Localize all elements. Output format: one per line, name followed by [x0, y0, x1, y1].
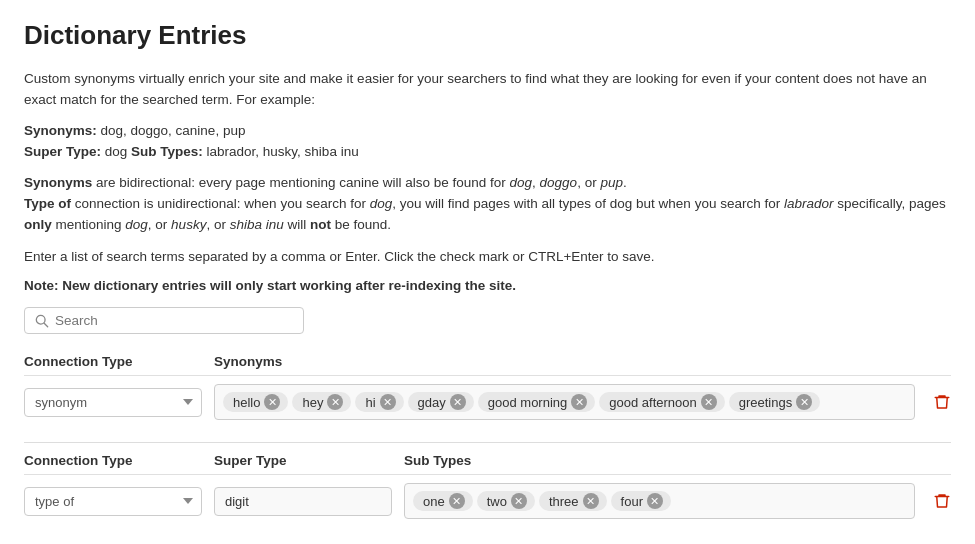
tag: good afternoon✕: [599, 392, 724, 412]
row2-body: type of one✕two✕three✕four✕: [24, 474, 951, 527]
tag: two✕: [477, 491, 535, 511]
col-sub-types-header: Sub Types: [404, 453, 905, 468]
row1-body: synonym hello✕hey✕hi✕gday✕good morning✕g…: [24, 375, 951, 428]
tag-label: hi: [365, 395, 375, 410]
tag-close-icon[interactable]: ✕: [450, 394, 466, 410]
tag-label: four: [621, 494, 643, 509]
tag: hello✕: [223, 392, 288, 412]
tag-close-icon[interactable]: ✕: [327, 394, 343, 410]
row1-connection-type-wrapper[interactable]: synonym: [24, 388, 214, 417]
row2-header: Connection Type Super Type Sub Types: [24, 453, 951, 468]
tag: three✕: [539, 491, 607, 511]
tag-label: three: [549, 494, 579, 509]
tag: hi✕: [355, 392, 403, 412]
tag: hey✕: [292, 392, 351, 412]
instruction-text: Enter a list of search terms separated b…: [24, 249, 951, 264]
tag: four✕: [611, 491, 671, 511]
synonyms-value: dog, doggo, canine, pup: [97, 123, 246, 138]
tag: good morning✕: [478, 392, 596, 412]
tag-close-icon[interactable]: ✕: [380, 394, 396, 410]
tag-label: hey: [302, 395, 323, 410]
tag-close-icon[interactable]: ✕: [796, 394, 812, 410]
super-type-label: Super Type:: [24, 144, 101, 159]
tag-label: one: [423, 494, 445, 509]
tag-close-icon[interactable]: ✕: [264, 394, 280, 410]
sub-types-label: Sub Types:: [131, 144, 203, 159]
row1-header: Connection Type Synonyms: [24, 354, 951, 369]
search-icon: [35, 314, 49, 328]
row2-connection-type-select[interactable]: type of: [24, 487, 202, 516]
divider: [24, 442, 951, 443]
tag-close-icon[interactable]: ✕: [449, 493, 465, 509]
tag-close-icon[interactable]: ✕: [571, 394, 587, 410]
search-input[interactable]: [55, 313, 293, 328]
example-lines: Synonyms: dog, doggo, canine, pup Super …: [24, 121, 951, 163]
description-block: Custom synonyms virtually enrich your si…: [24, 69, 951, 235]
note-text: Note: New dictionary entries will only s…: [24, 278, 951, 293]
super-type-value: dog: [101, 144, 131, 159]
row1-tags-field[interactable]: hello✕hey✕hi✕gday✕good morning✕good afte…: [214, 384, 915, 420]
row2-super-type-input[interactable]: [214, 487, 392, 516]
search-bar[interactable]: [24, 307, 304, 334]
svg-line-1: [44, 323, 48, 327]
row1-delete-button[interactable]: [915, 393, 951, 411]
tag-label: good afternoon: [609, 395, 696, 410]
tag-label: two: [487, 494, 507, 509]
tag-label: good morning: [488, 395, 568, 410]
tag-close-icon[interactable]: ✕: [511, 493, 527, 509]
tag-close-icon[interactable]: ✕: [647, 493, 663, 509]
tag-label: greetings: [739, 395, 792, 410]
page-title: Dictionary Entries: [24, 20, 951, 51]
col-connection-type-header-1: Connection Type: [24, 354, 214, 369]
row2-super-type-wrapper[interactable]: [214, 487, 404, 516]
col-connection-type-header-2: Connection Type: [24, 453, 214, 468]
tag-label: hello: [233, 395, 260, 410]
row2-tags-field[interactable]: one✕two✕three✕four✕: [404, 483, 915, 519]
tag: greetings✕: [729, 392, 820, 412]
intro-text: Custom synonyms virtually enrich your si…: [24, 69, 951, 111]
row1-connection-type-select[interactable]: synonym: [24, 388, 202, 417]
trash-icon-2: [933, 492, 951, 510]
tag: one✕: [413, 491, 473, 511]
col-synonyms-header: Synonyms: [214, 354, 905, 369]
row2-delete-button[interactable]: [915, 492, 951, 510]
tag-close-icon[interactable]: ✕: [583, 493, 599, 509]
bidirectional-text: Synonyms are bidirectional: every page m…: [24, 173, 951, 236]
row2-connection-type-wrapper[interactable]: type of: [24, 487, 214, 516]
trash-icon: [933, 393, 951, 411]
col-super-type-header: Super Type: [214, 453, 404, 468]
synonyms-label: Synonyms:: [24, 123, 97, 138]
tag: gday✕: [408, 392, 474, 412]
tag-close-icon[interactable]: ✕: [701, 394, 717, 410]
sub-types-value: labrador, husky, shiba inu: [203, 144, 359, 159]
tag-label: gday: [418, 395, 446, 410]
